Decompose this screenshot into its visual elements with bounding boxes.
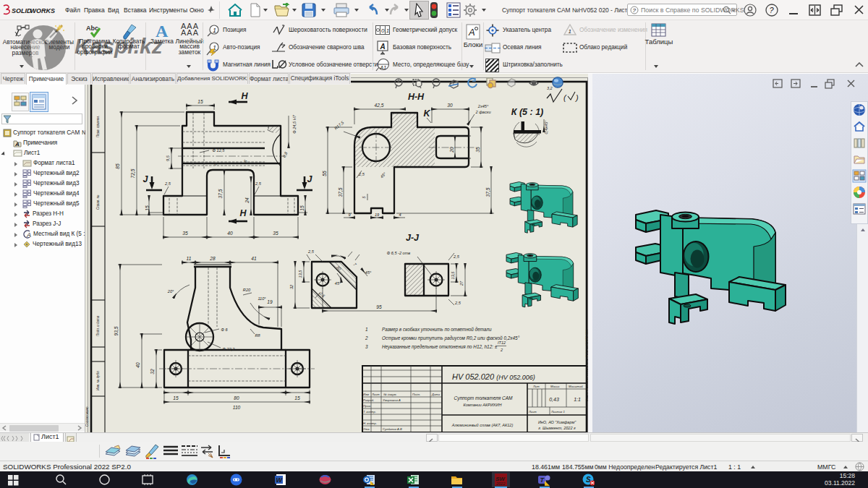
svg-text:32: 32 (150, 369, 155, 374)
svg-text:IT12: IT12 (498, 341, 506, 345)
svg-text:Масштаб: Масштаб (569, 385, 583, 388)
svg-text:28: 28 (209, 256, 216, 261)
svg-text:Ф 12,5: Ф 12,5 (213, 148, 226, 153)
svg-text:Листов 1: Листов 1 (550, 410, 565, 414)
svg-text:A: A (468, 27, 475, 38)
svg-text:13,5: 13,5 (451, 271, 455, 280)
svg-text:37,5: 37,5 (338, 187, 343, 197)
svg-text:2 фаски: 2 фаски (475, 110, 491, 114)
svg-text:R8: R8 (255, 333, 260, 338)
svg-text:19: 19 (267, 299, 273, 304)
svg-text:Дата: Дата (431, 393, 441, 396)
svg-text:1: 1 (213, 27, 216, 34)
svg-text:1:1: 1:1 (574, 397, 581, 402)
svg-text:41: 41 (251, 256, 257, 261)
svg-text:19: 19 (375, 213, 379, 217)
svg-text:WORKS: WORKS (30, 7, 56, 14)
svg-text:R20: R20 (243, 288, 251, 292)
svg-text:72,5: 72,5 (130, 168, 135, 178)
svg-text:55: 55 (322, 171, 327, 176)
svg-text:13,5: 13,5 (298, 270, 302, 278)
svg-text:K: K (423, 108, 430, 119)
svg-text:Лист: Лист (371, 393, 380, 396)
svg-text:Лист: Лист (528, 410, 537, 414)
svg-text:Размер в скобках уточнить по о: Размер в скобках уточнить по ответной де… (382, 327, 492, 333)
svg-text:Изм: Изм (363, 393, 369, 396)
svg-text:2,5: 2,5 (307, 249, 315, 254)
svg-text:?: ? (633, 7, 637, 14)
svg-text:20°: 20° (167, 289, 174, 294)
svg-text:3: 3 (365, 344, 368, 349)
svg-text:H-H: H-H (408, 92, 425, 102)
svg-text:2022: 2022 (495, 481, 505, 486)
svg-text:Ф 22,2: Ф 22,2 (223, 347, 236, 351)
svg-text:1: 1 (365, 327, 368, 332)
svg-text:Ф 24,5 H7: Ф 24,5 H7 (292, 114, 297, 133)
svg-text:35: 35 (182, 231, 188, 236)
svg-text:A: A (26, 231, 31, 239)
svg-text:0,43: 0,43 (549, 397, 559, 402)
svg-text:A1: A1 (380, 65, 387, 70)
svg-text:2,5: 2,5 (255, 181, 262, 186)
svg-text:1: 1 (569, 28, 571, 35)
svg-text:Перв. примен.: Перв. примен. (96, 116, 100, 137)
svg-text:Ф 6,5 -2 отв: Ф 6,5 -2 отв (387, 251, 411, 255)
svg-text:J: J (143, 174, 149, 184)
svg-text:93,5: 93,5 (114, 326, 119, 335)
svg-text:J: J (307, 174, 313, 184)
svg-text:Н. контр.: Н. контр. (363, 421, 377, 425)
svg-text:Умирзаков А: Умирзаков А (383, 398, 401, 402)
svg-text:32: 32 (289, 284, 294, 289)
svg-text:15: 15 (197, 99, 203, 104)
svg-text:11: 11 (187, 256, 192, 261)
svg-text:110: 110 (233, 405, 241, 410)
svg-text:0,4х45°: 0,4х45° (544, 120, 548, 134)
svg-text:Суппорт толкателя CAM: Суппорт толкателя CAM (454, 395, 513, 401)
svg-text:Справ. №: Справ. № (96, 194, 100, 210)
svg-text:85: 85 (115, 163, 120, 169)
svg-text:3,2: 3,2 (547, 86, 553, 90)
svg-text:A: A (380, 43, 386, 51)
svg-text:35: 35 (475, 147, 480, 153)
svg-text:Неуказанные предельные отклоне: Неуказанные предельные отклонения по Н12… (382, 344, 498, 350)
svg-text:110°: 110° (258, 296, 266, 301)
svg-text:H: H (239, 208, 247, 218)
svg-text:15: 15 (173, 395, 179, 401)
svg-text:9: 9 (348, 213, 350, 217)
svg-text:Согласовано: Согласовано (85, 406, 89, 427)
svg-text:45°: 45° (365, 270, 372, 275)
svg-text:2,5: 2,5 (453, 254, 460, 259)
svg-text:80: 80 (234, 395, 239, 401)
svg-text:40: 40 (135, 362, 140, 368)
svg-text:Компании АКРИХИН: Компании АКРИХИН (464, 403, 502, 407)
svg-text:SOLID: SOLID (12, 7, 32, 14)
svg-text:2,5: 2,5 (358, 172, 365, 176)
svg-text:45°: 45° (335, 281, 341, 286)
svg-text:95: 95 (376, 304, 382, 309)
svg-text:Лит: Лит (532, 385, 540, 388)
svg-text:37,5: 37,5 (218, 189, 223, 198)
svg-text:2: 2 (500, 348, 503, 352)
svg-text:Сулбанов А.В: Сулбанов А.В (383, 427, 402, 431)
svg-text:2х45°: 2х45° (477, 104, 489, 108)
svg-text:Инв. № дубл.: Инв. № дубл. (96, 370, 100, 390)
svg-text:0.1: 0.1 (381, 27, 389, 34)
svg-text:9,5: 9,5 (166, 155, 170, 161)
svg-text:Подп.: Подп. (412, 393, 420, 396)
svg-text:20: 20 (449, 147, 454, 153)
svg-text:A: A (14, 141, 20, 147)
svg-text:4: 4 (399, 213, 401, 217)
svg-text:2,5: 2,5 (454, 301, 461, 305)
svg-text:15: 15 (299, 205, 305, 211)
svg-text:Ф 6: Ф 6 (221, 328, 228, 332)
svg-text:2,5: 2,5 (164, 181, 171, 186)
svg-text:Подп. и дата: Подп. и дата (96, 315, 100, 336)
svg-text:37,5: 37,5 (485, 187, 490, 197)
svg-text:40: 40 (227, 231, 233, 236)
svg-text:30: 30 (447, 103, 453, 108)
svg-text:г. Шымкент, 2022 г: г. Шымкент, 2022 г (538, 426, 576, 430)
svg-text:Т. контр.: Т. контр. (363, 410, 376, 414)
svg-text:15: 15 (145, 205, 150, 211)
svg-text:К (5 : 1): К (5 : 1) (511, 107, 544, 117)
svg-text:2: 2 (365, 335, 368, 341)
